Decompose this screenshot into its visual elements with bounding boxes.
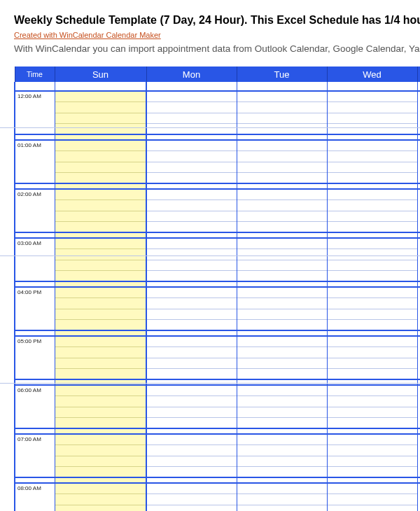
cell-edge [417, 483, 420, 511]
schedule-table: Time Sun Mon Tue Wed 12:00 AM01:00 AM02:… [14, 66, 420, 511]
document-page: Weekly Schedule Template (7 Day, 24 Hour… [0, 0, 420, 511]
hour-row: 08:00 AM [15, 483, 420, 511]
